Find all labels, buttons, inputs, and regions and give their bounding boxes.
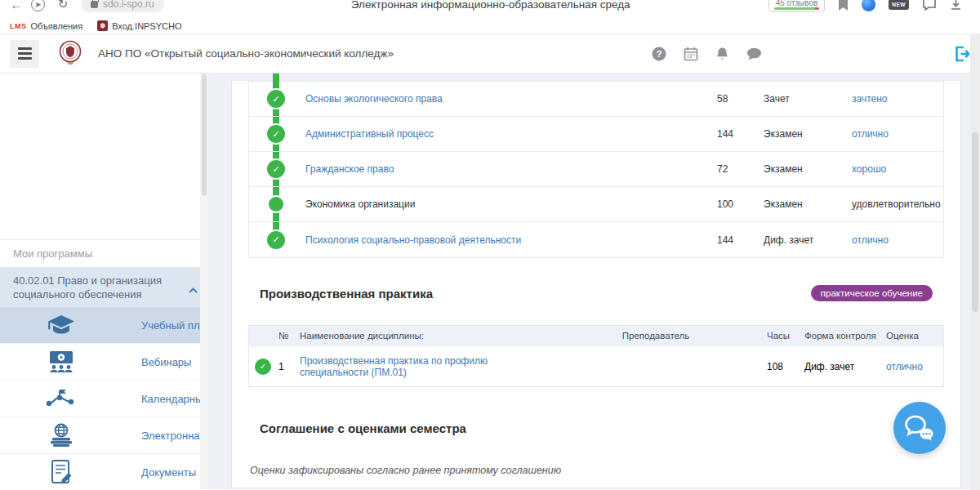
dot-icon bbox=[269, 197, 283, 212]
rating-bar bbox=[774, 7, 820, 10]
menu-toggle-button[interactable] bbox=[10, 40, 39, 68]
practice-link[interactable]: Производственная практика по профилю спе… bbox=[300, 355, 545, 378]
download-icon[interactable] bbox=[950, 0, 962, 11]
college-logo bbox=[57, 39, 83, 69]
bookmark-announcements[interactable]: LMS Объявления bbox=[5, 21, 87, 31]
grade-link[interactable]: отлично bbox=[852, 128, 943, 140]
forward-icon[interactable]: ➤ bbox=[31, 0, 45, 11]
practice-table-header: № Наименование дисциплины: Преподаватель… bbox=[249, 326, 943, 345]
site-rating-badge[interactable]: 45 отзывов bbox=[768, 0, 826, 12]
sidebar-item-documents[interactable]: Документы bbox=[0, 454, 200, 490]
messages-icon[interactable] bbox=[746, 47, 762, 60]
grade-link[interactable]: хорошо bbox=[852, 163, 943, 175]
reload-icon[interactable]: ↻ bbox=[53, 0, 73, 11]
sidebar-scrollbar[interactable] bbox=[200, 74, 208, 489]
main-content: ✓ 2 Основы экологического права 58 Зачет… bbox=[208, 74, 980, 489]
sidebar-section-title: Мои программы bbox=[0, 240, 208, 268]
browser-tab-title: Электронная информационно-образовательна… bbox=[164, 0, 768, 11]
practice-table: № Наименование дисциплины: Преподаватель… bbox=[248, 325, 944, 387]
webinar-icon bbox=[37, 350, 86, 373]
discipline-link[interactable]: Административный процесс bbox=[300, 128, 717, 140]
new-badge[interactable]: NEW bbox=[889, 0, 909, 10]
bookmark-inpsycho[interactable]: Вход.INPSYCHO bbox=[92, 20, 186, 31]
grade-link[interactable]: отлично bbox=[852, 234, 943, 246]
discipline-row: ✓ 4 Гражданское право 72 Экзамен хорошо bbox=[249, 152, 943, 187]
study-plan-card: ✓ 2 Основы экологического права 58 Зачет… bbox=[231, 81, 961, 488]
discipline-label: Экономика организации bbox=[300, 198, 717, 210]
globe-book-icon bbox=[37, 423, 86, 448]
grade-link[interactable]: зачтено bbox=[852, 93, 943, 105]
back-icon[interactable]: ← bbox=[7, 0, 26, 11]
bookmark-flag-icon[interactable] bbox=[838, 0, 849, 11]
check-icon: ✓ bbox=[267, 125, 285, 143]
address-bar[interactable]: sdo.i-spo.ru bbox=[81, 0, 164, 12]
help-icon[interactable]: ? bbox=[652, 47, 666, 61]
sidebar-empty-area bbox=[0, 74, 208, 240]
check-icon: ✓ bbox=[267, 160, 285, 178]
grade-label: удовлетворительно bbox=[852, 198, 943, 210]
discipline-link[interactable]: Гражданское право bbox=[300, 163, 717, 175]
agreement-note: Оценки зафиксированы согласно ранее прин… bbox=[248, 465, 944, 476]
svg-text:?: ? bbox=[657, 49, 662, 59]
discipline-row: 5 Экономика организации 100 Экзамен удов… bbox=[249, 187, 943, 222]
browser-toolbar: ← ➤ ↻ sdo.i-spo.ru Электронная информаци… bbox=[0, 0, 980, 18]
notifications-bell-icon[interactable] bbox=[715, 47, 729, 61]
chevron-up-icon bbox=[189, 283, 198, 296]
discipline-row: ✓ 2 Основы экологического права 58 Зачет… bbox=[249, 82, 943, 117]
inpsycho-crest-icon bbox=[97, 20, 108, 31]
grade-link[interactable]: отлично bbox=[886, 361, 943, 372]
discipline-row: ✓ 6 Психология социально-правовой деятел… bbox=[249, 222, 943, 257]
org-title: АНО ПО «Открытый социально-экономический… bbox=[98, 47, 394, 60]
bookmarks-bar: LMS Объявления Вход.INPSYCHO bbox=[0, 18, 980, 34]
lms-logo-icon: LMS bbox=[10, 22, 27, 30]
discipline-link[interactable]: Основы экологического права bbox=[300, 93, 717, 105]
sidebar-item-gradebook[interactable]: Электронная зачетная книжка bbox=[0, 417, 200, 454]
check-icon: ✓ bbox=[267, 231, 285, 249]
url-text: sdo.i-spo.ru bbox=[103, 0, 154, 10]
sidebar-item-webinars[interactable]: Вебинары bbox=[0, 344, 200, 381]
sidebar-item-study-plan[interactable]: Учебный план bbox=[0, 307, 200, 344]
practice-section-title: Производственная практика bbox=[260, 287, 433, 301]
sidebar-item-calendar-plan[interactable]: Календарный учебный план bbox=[0, 381, 200, 417]
discipline-row: ✓ 3 Административный процесс 144 Экзамен… bbox=[249, 117, 943, 152]
disciplines-table: ✓ 2 Основы экологического права 58 Зачет… bbox=[248, 81, 944, 258]
browser-chat-icon[interactable] bbox=[922, 0, 937, 11]
lock-icon bbox=[91, 1, 98, 8]
discipline-link[interactable]: Психология социально-правовой деятельнос… bbox=[300, 234, 717, 246]
graduation-cap-icon bbox=[37, 314, 86, 336]
agreement-title: Соглашение с оценками семестра bbox=[248, 421, 944, 435]
app-header: АНО ПО «Открытый социально-экономический… bbox=[0, 34, 980, 74]
document-pen-icon bbox=[37, 459, 86, 485]
practice-row: ✓ 1 Производственная практика по профилю… bbox=[249, 345, 943, 386]
practice-type-badge: практическое обучение bbox=[811, 285, 933, 301]
sidebar: Мои программы 40.02.01 Право и организац… bbox=[0, 74, 208, 489]
check-icon: ✓ bbox=[255, 359, 271, 375]
page-scrollbar[interactable] bbox=[970, 34, 980, 490]
logout-icon[interactable] bbox=[952, 44, 972, 67]
support-chat-button[interactable] bbox=[893, 402, 946, 454]
sidebar-program-toggle[interactable]: 40.02.01 Право и организация социального… bbox=[0, 268, 208, 307]
browser-profile-icon[interactable] bbox=[862, 0, 875, 11]
calendar-icon[interactable] bbox=[684, 47, 698, 61]
check-icon: ✓ bbox=[267, 90, 285, 108]
milestones-icon bbox=[37, 388, 86, 409]
